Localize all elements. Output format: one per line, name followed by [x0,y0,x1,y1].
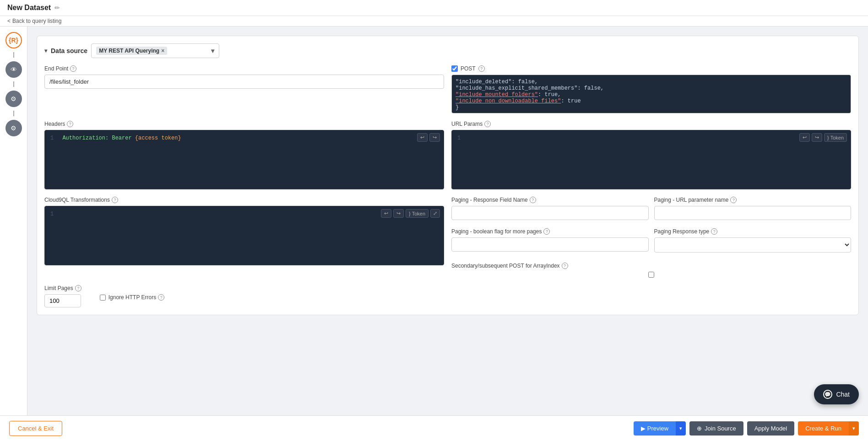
paging-response-type-group: Paging Response type ? [654,228,852,253]
preview-btn-group: ▶ Preview ▾ [634,421,686,426]
endpoint-post-row: End Point ? POST ? "include_deleted": fa… [44,65,851,113]
header-code: Authorization: Bearer [62,135,135,141]
line-num-1: 1 [50,135,54,141]
limit-pages-input[interactable] [44,294,81,307]
sidebar-icon-r[interactable]: {R} [5,32,22,48]
limit-ignore-row: Limit Pages ? Ignore HTTP Errors ? [44,285,851,307]
connector-3 [13,111,14,116]
paging-response-field-label: Paging - Response Field Name ? [451,197,649,203]
urlparams-label: URL Params ? [451,121,851,127]
headers-label: Headers ? [44,121,444,127]
ignore-http-checkbox[interactable] [100,295,106,301]
paging-boolean-input[interactable] [451,237,649,252]
headers-urlparams-row: Headers ? ↩ ↪ 1 Authorization: Bearer {a… [44,121,851,189]
sidebar: {R} 👁 ⚙ ⚙ [0,27,27,426]
ignore-http-label: Ignore HTTP Errors ? [108,294,164,301]
paging-boolean-group: Paging - boolean flag for more pages ? [451,228,649,253]
paging-url-param-group: Paging - URL parameter name ? [654,197,852,220]
secondary-post-help[interactable]: ? [562,263,568,269]
filter-icon: ⚙ [11,95,16,102]
paging-boolean-label: Paging - boolean flag for more pages ? [451,228,649,235]
cloud9ql-label: Cloud9QL Transformations ? [44,197,444,203]
create-run-button[interactable]: Create & Run [798,421,849,426]
urlparams-help-icon[interactable]: ? [484,121,491,127]
top-nav: Back to query listing [0,16,868,27]
secondary-post-group: Secondary/subsequent POST for ArrayIndex… [451,263,851,278]
cancel-exit-button[interactable]: Cancel & Exit [9,421,62,426]
post-json-box[interactable]: "include_deleted": false, "include_has_e… [451,75,851,113]
secondary-post-checkbox[interactable] [451,272,851,278]
preview-arrow-button[interactable]: ▾ [676,421,686,426]
datasource-label: Data source [51,47,87,54]
chat-label: Chat [836,391,850,398]
paging-response-type-select[interactable] [654,237,852,253]
urlparams-undo-btn[interactable]: ↩ [799,133,810,142]
endpoint-input[interactable] [44,75,444,89]
footer: Cancel & Exit ▶ Preview ▾ ⊕ Join Source … [0,415,868,426]
footer-spacer [37,323,859,355]
endpoint-help-icon[interactable]: ? [70,65,76,72]
urlparams-content: 1 [452,130,851,146]
back-link[interactable]: Back to query listing [7,18,861,24]
ignore-http-help[interactable]: ? [158,294,164,301]
chevron-down-icon[interactable]: ▾ [44,48,47,54]
chat-button[interactable]: 💬 Chat [814,384,859,404]
json-line-2: "include_has_explicit_shared_members": f… [456,85,847,91]
ignore-http-group: Ignore HTTP Errors ? [100,285,164,301]
main-layout: {R} 👁 ⚙ ⚙ ▾ Data source MY REST API Quer… [0,27,868,426]
headers-editor[interactable]: ↩ ↪ 1 Authorization: Bearer {access toke… [44,130,444,189]
preview-button[interactable]: ▶ Preview [634,421,676,426]
connector-2 [13,81,14,87]
join-source-button[interactable]: ⊕ Join Source [689,421,743,426]
headers-toolbar: ↩ ↪ [417,133,440,142]
post-label-row: POST ? [451,65,851,72]
limit-pages-help[interactable]: ? [75,285,81,291]
cloud9ql-paging-row: Cloud9QL Transformations ? ↩ ↪ } Token ⤢… [44,197,851,278]
urlparams-editor[interactable]: ↩ ↪ } Token 1 [451,130,851,189]
plus-icon: ⊕ [697,425,702,426]
headers-help-icon[interactable]: ? [67,121,73,127]
cloud9ql-toolbar: ↩ ↪ } Token ⤢ [381,209,440,218]
urlparams-line-num: 1 [457,135,461,141]
create-arrow-button[interactable]: ▾ [849,421,859,426]
apply-model-button[interactable]: Apply Model [747,421,795,426]
cloud9ql-token-btn[interactable]: } Token [406,209,429,218]
headers-undo-btn[interactable]: ↩ [417,133,428,142]
post-checkbox[interactable] [451,65,458,72]
paging-url-param-help[interactable]: ? [730,197,737,203]
sidebar-icon-eye[interactable]: 👁 [5,61,22,78]
paging-response-field-help[interactable]: ? [530,197,536,203]
cloud9ql-expand-btn[interactable]: ⤢ [430,209,440,218]
datasource-select[interactable]: MY REST API Querying × ▾ [91,43,219,58]
edit-icon[interactable]: ✏ [54,4,60,11]
datasource-header: ▾ Data source MY REST API Querying × ▾ [44,43,851,58]
paging-response-field-group: Paging - Response Field Name ? [451,197,649,220]
paging-response-type-label: Paging Response type ? [654,228,852,235]
secondary-post-label: Secondary/subsequent POST for ArrayIndex… [451,263,851,269]
paging-response-field-input[interactable] [451,206,649,220]
cloud9ql-help-icon[interactable]: ? [112,197,118,203]
paging-url-param-input[interactable] [654,206,852,220]
main-content: ▾ Data source MY REST API Querying × ▾ E… [27,27,868,426]
urlparams-redo-btn[interactable]: ↪ [812,133,822,142]
page-title: New Dataset [7,4,51,12]
sidebar-icon-settings[interactable]: ⚙ [5,120,22,136]
cloud9ql-editor[interactable]: ↩ ↪ } Token ⤢ 1 [44,206,444,265]
headers-redo-btn[interactable]: ↪ [429,133,440,142]
headers-content: 1 Authorization: Bearer {access token} [45,130,444,146]
tag-remove-icon[interactable]: × [161,48,164,54]
settings-icon: ⚙ [11,124,16,132]
post-help-icon[interactable]: ? [478,65,485,72]
paging-grid-2: Paging - boolean flag for more pages ? P… [451,228,851,253]
urlparams-toolbar: ↩ ↪ } Token [799,133,847,142]
cloud9ql-undo-btn[interactable]: ↩ [381,209,391,218]
headers-group: Headers ? ↩ ↪ 1 Authorization: Bearer {a… [44,121,444,189]
paging-boolean-help[interactable]: ? [543,228,550,235]
paging-response-type-help[interactable]: ? [711,228,717,235]
sidebar-icon-filter[interactable]: ⚙ [5,91,22,107]
endpoint-label: End Point ? [44,65,444,72]
eye-icon: 👁 [11,66,17,73]
cloud9ql-redo-btn[interactable]: ↪ [393,209,404,218]
urlparams-token-btn[interactable]: } Token [824,133,847,142]
top-bar: New Dataset ✏ [0,0,868,16]
